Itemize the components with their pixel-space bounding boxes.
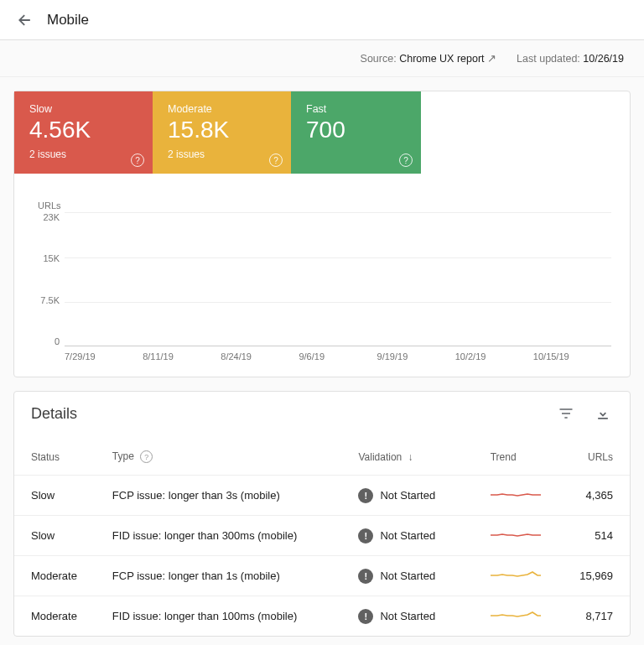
arrow-left-icon [17, 12, 34, 29]
validation-cell: !Not Started [348, 596, 480, 637]
tile-sub: 2 issues [168, 148, 276, 160]
help-icon[interactable]: ? [269, 153, 283, 167]
chart-plot[interactable] [65, 212, 611, 346]
help-icon[interactable]: ? [131, 153, 144, 167]
source-value[interactable]: Chrome UX report [399, 53, 484, 65]
external-link-icon: ↗ [487, 53, 496, 65]
tile-sub: 2 issues [29, 148, 138, 160]
sparkline-icon [491, 607, 541, 622]
alert-icon: ! [358, 609, 373, 624]
urls-cell: 514 [559, 516, 630, 556]
tile-value: 700 [306, 117, 406, 143]
filter-button[interactable] [556, 403, 576, 424]
page-header: Mobile [0, 0, 644, 40]
alert-icon: ! [358, 569, 373, 584]
status-cell: Moderate [14, 596, 102, 637]
updated-label: Last updated: [517, 53, 580, 65]
help-icon[interactable]: ? [140, 450, 153, 463]
trend-cell [480, 596, 559, 637]
tile-label: Moderate [168, 103, 276, 115]
summary-tile-moderate[interactable]: Moderate 15.8K 2 issues ? [153, 91, 291, 174]
status-cell: Slow [14, 516, 102, 556]
tile-value: 4.56K [29, 117, 138, 143]
sort-down-icon: ↓ [408, 451, 413, 463]
sparkline-icon [491, 567, 541, 582]
alert-icon: ! [358, 488, 373, 503]
tile-value: 15.8K [168, 117, 276, 143]
download-button[interactable] [593, 403, 613, 424]
updated-value: 10/26/19 [583, 53, 624, 65]
source-label: Source: [361, 53, 397, 65]
status-cell: Moderate [14, 556, 102, 596]
details-title: Details [31, 405, 77, 423]
download-icon [595, 405, 611, 422]
table-row[interactable]: SlowFID issue: longer than 300ms (mobile… [14, 516, 630, 556]
chart-ylabel: URLs [38, 200, 611, 211]
col-type[interactable]: Type ? [102, 432, 349, 476]
back-button[interactable] [10, 5, 40, 35]
trend-cell [480, 516, 559, 556]
type-cell: FCP issue: longer than 1s (mobile) [102, 556, 349, 596]
type-cell: FID issue: longer than 100ms (mobile) [102, 596, 349, 637]
meta-row: Source: Chrome UX report ↗ Last updated:… [0, 40, 644, 77]
details-table: Status Type ? Validation ↓ Trend URLs Sl… [14, 432, 630, 636]
status-cell: Slow [14, 476, 102, 516]
tile-label: Fast [306, 103, 406, 115]
sparkline-icon [491, 486, 541, 502]
trend-cell [480, 556, 559, 596]
urls-cell: 8,717 [559, 596, 630, 637]
validation-cell: !Not Started [348, 556, 480, 596]
col-urls[interactable]: URLs [559, 432, 630, 476]
sparkline-icon [491, 527, 541, 542]
details-card: Details Status Type ? Validation ↓ [13, 391, 631, 637]
type-cell: FCP issue: longer than 3s (mobile) [102, 476, 349, 516]
chart-xaxis: 7/29/198/11/198/24/199/6/199/19/1910/2/1… [65, 346, 611, 370]
col-validation[interactable]: Validation ↓ [348, 432, 480, 476]
urls-cell: 15,969 [559, 556, 630, 596]
overview-card: Slow 4.56K 2 issues ? Moderate 15.8K 2 i… [13, 91, 631, 377]
chart-area: URLs 23K 15K 7.5K 0 7/29/198/11/198/24/1… [14, 174, 630, 377]
tile-label: Slow [29, 103, 138, 115]
table-row[interactable]: SlowFCP issue: longer than 3s (mobile)!N… [14, 476, 630, 516]
table-row[interactable]: ModerateFCP issue: longer than 1s (mobil… [14, 556, 630, 596]
summary-tile-fast[interactable]: Fast 700 ? [291, 91, 421, 174]
filter-icon [558, 405, 574, 422]
validation-cell: !Not Started [348, 516, 480, 556]
alert-icon: ! [358, 528, 373, 544]
summary-tile-slow[interactable]: Slow 4.56K 2 issues ? [14, 91, 153, 174]
page-title: Mobile [47, 12, 89, 29]
table-row[interactable]: ModerateFID issue: longer than 100ms (mo… [14, 596, 630, 637]
validation-cell: !Not Started [348, 476, 480, 516]
col-trend[interactable]: Trend [480, 432, 559, 476]
chart-yaxis: 23K 15K 7.5K 0 [33, 212, 65, 346]
summary-row: Slow 4.56K 2 issues ? Moderate 15.8K 2 i… [14, 91, 630, 174]
urls-cell: 4,365 [559, 476, 630, 516]
col-status[interactable]: Status [14, 432, 102, 476]
help-icon[interactable]: ? [399, 153, 413, 167]
type-cell: FID issue: longer than 300ms (mobile) [102, 516, 349, 556]
trend-cell [480, 476, 559, 516]
